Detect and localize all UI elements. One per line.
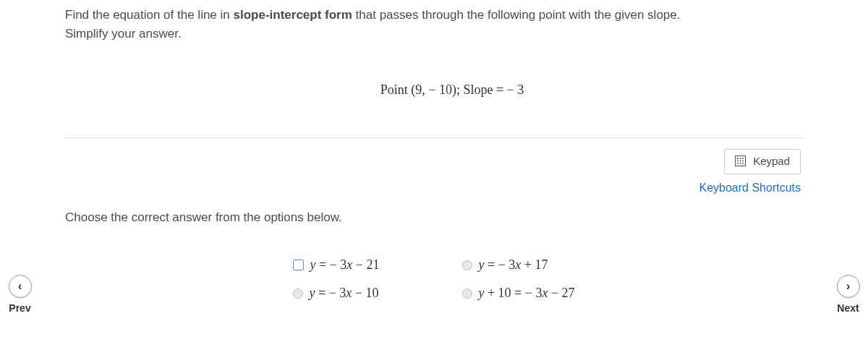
svg-point-4 <box>737 161 739 162</box>
svg-point-8 <box>739 163 741 164</box>
nav-prev: ‹ Prev <box>0 275 40 314</box>
prev-arrow-button[interactable]: ‹ <box>9 275 32 298</box>
section-divider <box>65 137 803 138</box>
options-container: y = − 3x − 21 y = − 3x − 10 y = − 3x + 1… <box>65 257 803 301</box>
radio-icon <box>293 289 303 299</box>
options-column-left: y = − 3x − 21 y = − 3x − 10 <box>293 257 379 301</box>
question-line1-after: that passes through the following point … <box>352 8 681 22</box>
svg-point-2 <box>739 158 741 159</box>
options-column-right: y = − 3x + 17 y + 10 = − 3x − 27 <box>462 257 574 301</box>
question-line1-bold: slope-intercept form <box>234 8 352 22</box>
svg-point-6 <box>742 161 744 162</box>
svg-point-9 <box>742 163 744 164</box>
checkbox-icon <box>293 260 304 270</box>
option-a[interactable]: y = − 3x − 21 <box>293 257 379 273</box>
nav-next: › Next <box>828 275 868 314</box>
option-a-label: y = − 3x − 21 <box>310 257 379 273</box>
chevron-right-icon: › <box>846 279 851 294</box>
option-c[interactable]: y = − 3x − 10 <box>293 286 379 301</box>
toolbar: Keypad Keyboard Shortcuts <box>65 149 803 195</box>
question-line2: Simplify your answer. <box>65 27 182 40</box>
option-d-label: y + 10 = − 3x − 27 <box>478 286 574 301</box>
point-slope-info: Point (9, − 10); Slope = − 3 <box>65 82 803 98</box>
option-b[interactable]: y = − 3x + 17 <box>462 257 574 273</box>
keypad-button[interactable]: Keypad <box>724 149 801 174</box>
question-line1-before: Find the equation of the line in <box>65 8 234 22</box>
svg-point-5 <box>739 161 741 162</box>
svg-point-3 <box>742 158 744 159</box>
keypad-icon <box>735 155 746 168</box>
prev-label: Prev <box>0 302 40 314</box>
next-label: Next <box>828 302 868 314</box>
next-arrow-button[interactable]: › <box>837 275 860 298</box>
keyboard-shortcuts-link[interactable]: Keyboard Shortcuts <box>65 182 801 195</box>
option-b-label: y = − 3x + 17 <box>478 257 548 273</box>
svg-point-1 <box>737 158 739 159</box>
chevron-left-icon: ‹ <box>18 279 22 294</box>
svg-point-7 <box>737 163 739 164</box>
question-prompt: Find the equation of the line in slope-i… <box>65 0 803 43</box>
option-c-label: y = − 3x − 10 <box>309 286 378 301</box>
keypad-label: Keypad <box>753 155 790 167</box>
radio-icon <box>462 289 472 299</box>
instruction-text: Choose the correct answer from the optio… <box>65 210 803 225</box>
radio-icon <box>462 260 472 270</box>
option-d[interactable]: y + 10 = − 3x − 27 <box>462 286 574 301</box>
